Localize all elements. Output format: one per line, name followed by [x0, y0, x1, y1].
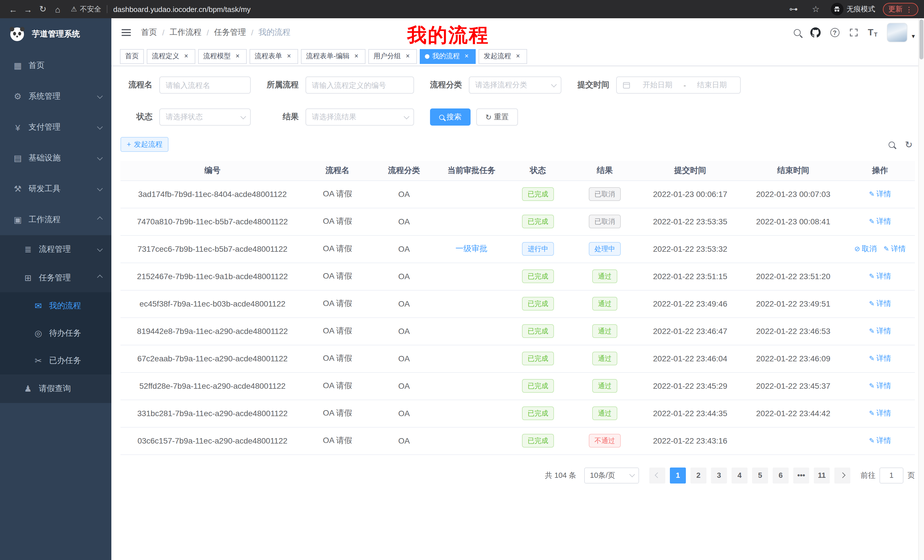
- caret-down-icon[interactable]: ▾: [912, 33, 915, 40]
- sidebar-item-task-management[interactable]: ⊞任务管理: [0, 264, 111, 292]
- cell-submit-time: 2022-01-22 23:45:29: [639, 372, 741, 400]
- breadcrumb-item[interactable]: 任务管理: [214, 27, 246, 38]
- tab-home[interactable]: 首页: [120, 49, 144, 64]
- goto-page-input[interactable]: [879, 467, 903, 483]
- sidebar-item-devtools[interactable]: ⚒研发工具: [0, 174, 111, 204]
- tab-user-group[interactable]: 用户分组×: [368, 49, 417, 64]
- tab-process-model[interactable]: 流程模型×: [198, 49, 247, 64]
- close-icon[interactable]: ×: [514, 52, 522, 60]
- browser-home-icon[interactable]: ⌂: [50, 2, 65, 16]
- address-bar[interactable]: ⚠ 不安全 dashboard.yudao.iocoder.cn/bpm/tas…: [71, 4, 786, 14]
- hamburger-icon[interactable]: [120, 25, 132, 40]
- github-icon[interactable]: [810, 27, 820, 38]
- url-text[interactable]: dashboard.yudao.iocoder.cn/bpm/task/my: [113, 5, 251, 13]
- scrollbar-thumb[interactable]: [920, 19, 923, 59]
- tools-icon: ⚒: [11, 184, 24, 194]
- page-button[interactable]: 4: [732, 467, 747, 483]
- incognito-badge[interactable]: 无痕模式: [831, 3, 875, 15]
- tab-start-process[interactable]: 发起流程×: [478, 49, 527, 64]
- scrollbar[interactable]: [918, 18, 924, 560]
- breadcrumb-item[interactable]: 首页: [141, 27, 157, 38]
- result-select[interactable]: 请选择流结果: [306, 108, 414, 126]
- page-button[interactable]: 3: [711, 467, 727, 483]
- process-name-input[interactable]: [159, 76, 251, 94]
- tab-process-definition[interactable]: 流程定义×: [147, 49, 195, 64]
- star-icon[interactable]: ☆: [808, 2, 823, 16]
- sidebar-item-payment[interactable]: ¥支付管理: [0, 112, 111, 143]
- tab-process-form[interactable]: 流程表单×: [249, 49, 298, 64]
- toggle-search-icon[interactable]: [888, 141, 895, 148]
- sidebar-item-my-process[interactable]: ✉我的流程: [0, 292, 111, 320]
- page-button[interactable]: 2: [690, 467, 706, 483]
- sidebar-item-system[interactable]: ⚙系统管理: [0, 81, 111, 112]
- detail-link[interactable]: ✎详情: [869, 298, 891, 309]
- detail-link[interactable]: ✎详情: [869, 408, 891, 418]
- cancel-link[interactable]: ⊘取消: [854, 244, 877, 254]
- page-button[interactable]: 11: [814, 467, 830, 483]
- sidebar-item-leave-query[interactable]: ♟请假查询: [0, 374, 111, 403]
- current-task-link[interactable]: 一级审批: [455, 244, 488, 253]
- detail-link[interactable]: ✎详情: [869, 216, 891, 227]
- status-select[interactable]: 请选择状态: [159, 108, 251, 126]
- sidebar-item-home[interactable]: ▦首页: [0, 50, 111, 81]
- back-icon[interactable]: ←: [6, 2, 21, 16]
- cell-actions: ✎详情: [845, 345, 915, 372]
- gear-icon: ⚙: [11, 91, 24, 102]
- avatar[interactable]: [887, 23, 908, 42]
- table-row: 03c6c157-7b9a-11ec-a290-acde48001122OA 请…: [120, 427, 915, 454]
- start-process-button[interactable]: + 发起流程: [120, 137, 169, 152]
- font-size-icon[interactable]: TT: [868, 27, 878, 38]
- category-select[interactable]: 请选择流程分类: [469, 76, 561, 94]
- tab-process-form-edit[interactable]: 流程表单-编辑×: [301, 49, 366, 64]
- close-icon[interactable]: ×: [285, 52, 293, 60]
- close-icon[interactable]: ×: [463, 52, 471, 60]
- create-button-label: 发起流程: [134, 139, 162, 149]
- warning-icon: ⚠: [71, 5, 77, 13]
- reset-button[interactable]: ↻ 重置: [476, 108, 518, 126]
- close-icon[interactable]: ×: [404, 52, 412, 60]
- process-definition-input[interactable]: [306, 76, 414, 94]
- page-size-select[interactable]: 10条/页: [584, 467, 639, 483]
- cell-current-task: [438, 290, 506, 317]
- sidebar-item-workflow[interactable]: ▣工作流程: [0, 204, 111, 235]
- detail-link[interactable]: ✎详情: [869, 326, 891, 336]
- close-icon[interactable]: ×: [234, 52, 242, 60]
- update-menu-button[interactable]: 更新 ⋮: [883, 3, 918, 16]
- sidebar-item-process-management[interactable]: ≣流程管理: [0, 235, 111, 264]
- detail-link[interactable]: ✎详情: [869, 381, 891, 391]
- next-page-button[interactable]: [834, 467, 850, 483]
- search-button[interactable]: 搜索: [430, 108, 471, 126]
- tab-my-process[interactable]: 我的流程×: [420, 49, 476, 64]
- detail-link[interactable]: ✎详情: [869, 271, 891, 281]
- sidebar-item-infrastructure[interactable]: ▤基础设施: [0, 143, 111, 174]
- submit-time-range[interactable]: 开始日期 - 结束日期: [616, 76, 741, 94]
- close-icon[interactable]: ×: [352, 52, 360, 60]
- page-button[interactable]: •••: [793, 467, 809, 483]
- sidebar-item-todo-tasks[interactable]: ◎待办任务: [0, 320, 111, 347]
- detail-link[interactable]: ✎详情: [869, 436, 891, 446]
- page-button[interactable]: 1: [670, 467, 686, 483]
- cell-end-time: 2022-01-22 23:49:51: [741, 290, 845, 317]
- cell-actions: ✎详情: [845, 317, 915, 345]
- prev-page-button[interactable]: [650, 467, 665, 483]
- page-button[interactable]: 5: [752, 467, 768, 483]
- chevron-up-icon: [97, 216, 103, 222]
- breadcrumb-item[interactable]: 工作流程: [170, 27, 202, 38]
- detail-link[interactable]: ✎详情: [869, 353, 891, 364]
- key-icon[interactable]: ⊶: [786, 2, 801, 16]
- date-separator: -: [682, 81, 687, 89]
- sidebar-item-done-tasks[interactable]: ✂已办任务: [0, 347, 111, 374]
- close-icon[interactable]: ×: [182, 52, 190, 60]
- detail-link[interactable]: ✎详情: [884, 244, 906, 254]
- detail-link[interactable]: ✎详情: [869, 189, 891, 199]
- help-icon[interactable]: ?: [830, 28, 839, 37]
- forward-icon[interactable]: →: [21, 2, 35, 16]
- reload-icon[interactable]: ↻: [35, 2, 50, 16]
- security-label[interactable]: 不安全: [80, 4, 101, 14]
- page-button[interactable]: 6: [772, 467, 789, 483]
- cell-actions: ⊘取消✎详情: [845, 235, 915, 263]
- logo[interactable]: 芋道管理系统: [0, 18, 111, 50]
- refresh-icon[interactable]: ↻: [905, 139, 913, 150]
- fullscreen-icon[interactable]: [849, 28, 858, 37]
- search-icon[interactable]: [794, 29, 800, 36]
